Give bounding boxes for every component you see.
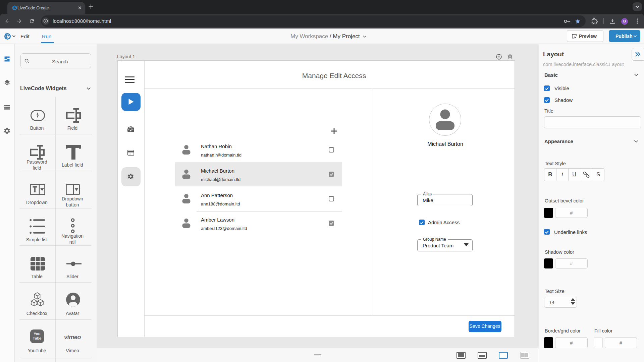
svg-text:Tube: Tube	[33, 336, 41, 340]
svg-text:You: You	[34, 332, 41, 336]
